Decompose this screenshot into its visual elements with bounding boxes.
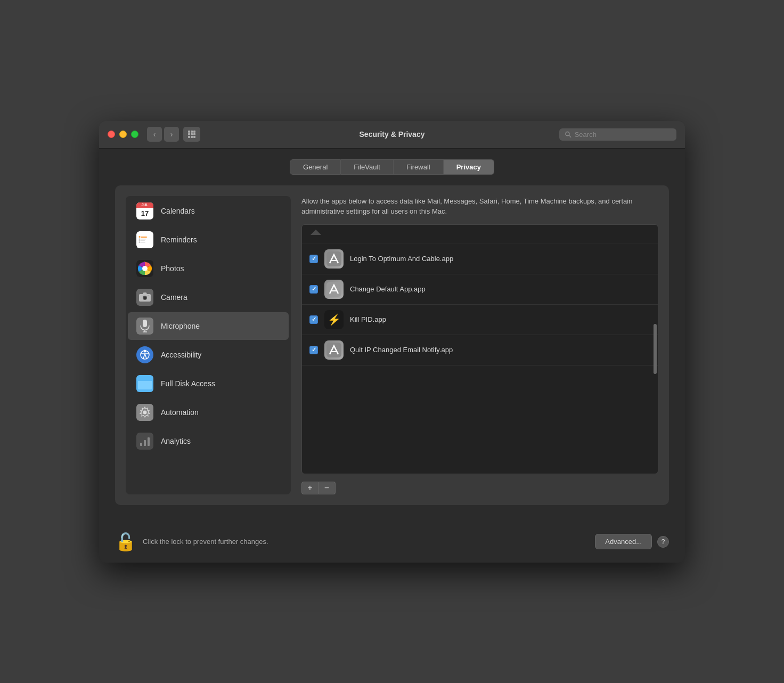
main-window: ‹ › Security & Privacy — [99, 121, 685, 563]
photos-icon — [136, 260, 153, 277]
analytics-icon — [136, 433, 153, 450]
sidebar-item-analytics[interactable]: Analytics — [128, 427, 289, 455]
advanced-button[interactable]: Advanced... — [595, 534, 652, 549]
checkbox-login-optimum[interactable] — [309, 255, 318, 263]
app-name-quit-ip: Quit IP Changed Email Notify.app — [350, 346, 650, 354]
close-button[interactable] — [108, 131, 115, 138]
sidebar-item-camera[interactable]: Camera — [128, 283, 289, 311]
search-icon — [565, 131, 571, 138]
description-text: Allow the apps below to access data like… — [301, 196, 658, 217]
sidebar-item-photos[interactable]: Photos — [128, 255, 289, 282]
svg-rect-14 — [141, 240, 145, 241]
app-icon-quit-ip — [324, 340, 344, 360]
search-bar[interactable] — [559, 128, 676, 141]
sidebar-item-calendars[interactable]: JUL 17 Calendars — [128, 197, 289, 225]
back-button[interactable]: ‹ — [147, 127, 162, 142]
camera-icon — [136, 289, 153, 306]
svg-point-16 — [139, 236, 141, 238]
lock-text: Click the lock to prevent further change… — [143, 538, 268, 546]
tab-general[interactable]: General — [290, 159, 341, 175]
app-name-login-optimum: Login To Optimum And Cable.app — [350, 255, 650, 263]
svg-rect-15 — [141, 242, 145, 243]
apps-list-container: Login To Optimum And Cable.app Change De… — [301, 224, 658, 474]
svg-rect-6 — [188, 136, 190, 138]
tab-filevault[interactable]: FileVault — [341, 159, 394, 175]
sidebar-label-calendars: Calendars — [161, 207, 195, 215]
app-icon-change-default — [324, 280, 344, 299]
svg-rect-2 — [193, 131, 195, 133]
add-app-button[interactable]: + — [301, 482, 318, 494]
app-row-login-optimum[interactable]: Login To Optimum And Cable.app — [302, 244, 658, 274]
remove-app-button[interactable]: − — [318, 482, 336, 494]
svg-point-25 — [144, 296, 146, 299]
list-buttons: + − — [301, 482, 658, 494]
app-row-quit-ip[interactable]: Quit IP Changed Email Notify.app — [302, 335, 658, 365]
folder-icon — [136, 375, 153, 392]
automation-icon — [136, 404, 153, 421]
accessibility-icon — [136, 346, 153, 363]
svg-rect-13 — [141, 239, 146, 240]
app-name-change-default: Change Default App.app — [350, 285, 650, 293]
svg-rect-27 — [143, 320, 147, 327]
app-icon-login-optimum — [324, 249, 344, 269]
titlebar: ‹ › Security & Privacy — [99, 121, 685, 149]
tab-firewall[interactable]: Firewall — [394, 159, 444, 175]
sidebar-item-automation[interactable]: Automation — [128, 399, 289, 426]
svg-rect-37 — [148, 437, 150, 446]
svg-point-18 — [139, 240, 141, 241]
svg-line-34 — [145, 354, 146, 359]
bottom-right-buttons: Advanced... ? — [595, 534, 669, 549]
traffic-lights — [108, 131, 138, 138]
sidebar-label-photos: Photos — [161, 264, 184, 273]
tab-privacy[interactable]: Privacy — [444, 159, 494, 175]
sidebar: JUL 17 Calendars — [126, 196, 291, 494]
bottom-bar: 🔓 Click the lock to prevent further chan… — [99, 521, 685, 563]
reminders-icon — [136, 231, 153, 248]
search-input[interactable] — [575, 131, 671, 139]
lock-icon[interactable]: 🔓 — [115, 532, 136, 552]
lock-container: 🔓 Click the lock to prevent further chan… — [115, 532, 268, 552]
svg-rect-12 — [141, 237, 147, 238]
svg-point-17 — [139, 238, 141, 240]
app-row-kill-pid[interactable]: ⚡ Kill PID.app — [302, 305, 658, 335]
svg-rect-1 — [191, 131, 193, 133]
sidebar-item-accessibility[interactable]: Accessibility — [128, 341, 289, 369]
app-row-change-default[interactable]: Change Default App.app — [302, 274, 658, 305]
maximize-button[interactable] — [131, 131, 138, 138]
svg-rect-35 — [140, 443, 142, 446]
svg-line-33 — [143, 354, 145, 359]
checkbox-change-default[interactable] — [309, 285, 318, 294]
svg-rect-3 — [188, 133, 190, 135]
sidebar-item-microphone[interactable]: Microphone — [128, 312, 289, 340]
sidebar-item-full-disk-access[interactable]: Full Disk Access — [128, 370, 289, 397]
app-icon-kill-pid: ⚡ — [324, 310, 344, 329]
app-name-kill-pid: Kill PID.app — [350, 315, 650, 323]
svg-rect-4 — [191, 133, 193, 135]
svg-point-22 — [142, 266, 148, 271]
sidebar-label-full-disk-access: Full Disk Access — [161, 379, 215, 388]
grid-button[interactable] — [183, 127, 200, 142]
sidebar-item-reminders[interactable]: Reminders — [128, 226, 289, 254]
sidebar-label-automation: Automation — [161, 408, 199, 417]
main-panel: JUL 17 Calendars — [115, 185, 669, 505]
checkbox-kill-pid[interactable] — [309, 315, 318, 324]
sidebar-label-camera: Camera — [161, 293, 187, 302]
microphone-icon — [136, 318, 153, 335]
sidebar-label-analytics: Analytics — [161, 437, 191, 445]
svg-rect-36 — [144, 440, 146, 446]
scrollbar-thumb[interactable] — [654, 324, 657, 373]
content-area: General FileVault Firewall Privacy JUL 1… — [99, 149, 685, 521]
checkbox-quit-ip[interactable] — [309, 346, 318, 354]
nav-buttons: ‹ › — [147, 127, 200, 142]
forward-button[interactable]: › — [164, 127, 179, 142]
right-panel: Allow the apps below to access data like… — [301, 196, 658, 494]
svg-point-19 — [139, 241, 141, 243]
sidebar-label-reminders: Reminders — [161, 235, 197, 244]
svg-rect-0 — [188, 131, 190, 133]
help-button[interactable]: ? — [657, 536, 669, 548]
svg-rect-5 — [193, 133, 195, 135]
sidebar-label-microphone: Microphone — [161, 322, 200, 330]
sidebar-label-accessibility: Accessibility — [161, 351, 201, 359]
scrollbar-track — [652, 225, 657, 474]
minimize-button[interactable] — [119, 131, 127, 138]
